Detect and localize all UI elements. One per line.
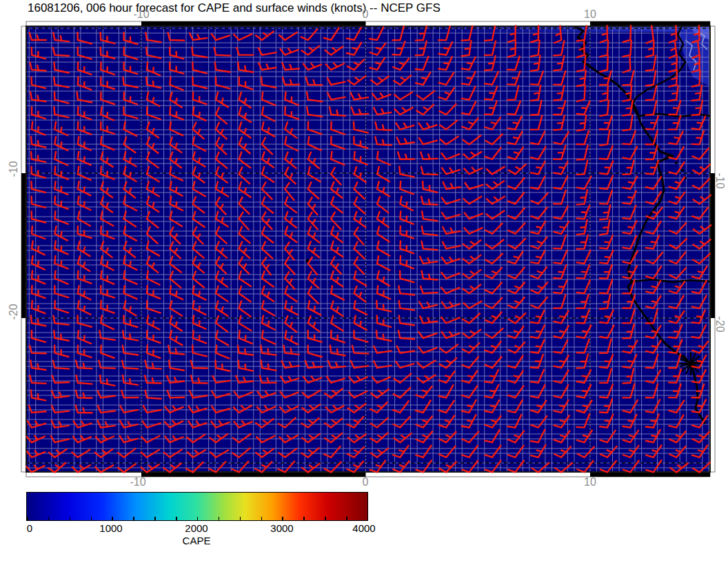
zebra-black-segment <box>141 21 366 26</box>
colorbar-minor-ticks <box>27 517 367 520</box>
axis-tick-label: 0 <box>363 476 369 488</box>
colorbar-title: CAPE <box>183 535 211 546</box>
axis-tick-label: 10 <box>584 8 596 21</box>
axis-tick-label: -10 <box>130 476 145 488</box>
colorbar-tick-label: 0 <box>27 522 32 534</box>
weather-chart-figure: 16081206, 006 hour forecast for CAPE and… <box>0 0 728 563</box>
axis-tick-label: 0 <box>363 8 369 21</box>
zebra-black-segment <box>141 472 366 477</box>
map-dot <box>675 161 678 164</box>
colorbar <box>26 492 368 521</box>
axis-tick-label: -20 <box>714 316 726 332</box>
axis-tick-label: 10 <box>584 476 596 488</box>
map-plot <box>0 0 728 491</box>
axis-tick-label: -10 <box>714 172 726 188</box>
axis-tick-label: -20 <box>8 304 20 319</box>
axis-tick-label: -10 <box>133 8 149 21</box>
zebra-black-segment <box>590 21 710 26</box>
zebra-black-segment <box>21 173 26 318</box>
colorbar-tick-label: 1000 <box>99 522 122 534</box>
axis-tick-label: -10 <box>8 161 20 177</box>
zebra-black-segment <box>590 472 710 477</box>
colorbar-tick-label: 2000 <box>185 522 208 534</box>
colorbar-tick-label: 4000 <box>352 522 375 534</box>
cape-equator-band <box>427 26 710 32</box>
map-dot <box>681 169 684 172</box>
colorbar-tick-label: 3000 <box>270 522 293 534</box>
